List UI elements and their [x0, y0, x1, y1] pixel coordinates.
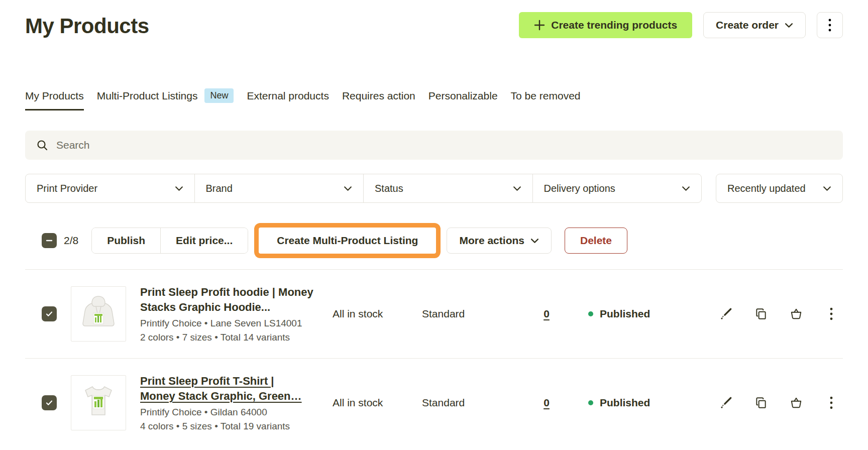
tab-external-products-label: External products [247, 90, 329, 102]
kebab-icon [828, 19, 831, 32]
filter-status-label: Status [375, 183, 403, 194]
search-bar [25, 131, 843, 160]
orders-count-link[interactable]: 0 [544, 397, 550, 409]
create-multi-product-listing-button[interactable]: Create Multi-Product Listing [259, 228, 436, 254]
create-order-button[interactable]: Create order [703, 12, 806, 38]
tab-personalizable[interactable]: Personalizable [428, 90, 498, 110]
product-row-hoodie: Print Sleep Profit hoodie | Money Stacks… [25, 269, 843, 358]
plus-icon [534, 20, 545, 31]
sort-select-label: Recently updated [727, 183, 806, 194]
chevron-down-icon [785, 23, 793, 28]
chevron-down-icon [530, 238, 539, 244]
product-title-line1: Print Sleep Profit hoodie | Money [140, 285, 318, 300]
search-input[interactable] [56, 139, 832, 151]
product-title-line2: Stacks Graphic Hoodie... [140, 300, 318, 315]
tab-my-products[interactable]: My Products [25, 90, 84, 110]
pen-icon [719, 307, 732, 320]
tab-multi-product-listings[interactable]: Multi-Product Listings New [97, 88, 234, 111]
tab-to-be-removed[interactable]: To be removed [511, 90, 581, 110]
product-provider: Printify Choice • Lane Seven LS14001 [140, 318, 318, 329]
my-products-page: My Products Create trending products Cre… [0, 0, 868, 447]
status-dot [588, 400, 593, 405]
edit-design-button[interactable] [718, 395, 734, 411]
product-title[interactable]: Print Sleep Profit hoodie | Money Stacks… [140, 285, 318, 315]
tab-external-products[interactable]: External products [247, 90, 329, 110]
copy-icon [754, 307, 768, 320]
tab-multi-product-listings-label: Multi-Product Listings [97, 90, 198, 102]
filter-delivery-options-label: Delivery options [544, 183, 615, 194]
selection-count: 2/8 [64, 235, 78, 247]
kebab-icon [825, 396, 838, 409]
duplicate-button[interactable] [753, 395, 769, 411]
tab-requires-action[interactable]: Requires action [342, 90, 415, 110]
filter-print-provider[interactable]: Print Provider [25, 174, 195, 203]
more-actions-button[interactable]: More actions [447, 228, 552, 254]
product-thumbnail-tshirt[interactable] [71, 375, 126, 430]
tshirt-image [75, 380, 122, 426]
filter-delivery-options[interactable]: Delivery options [532, 174, 702, 203]
filter-row: Print Provider Brand Status Delivery opt… [25, 174, 843, 203]
row-checkbox-checked[interactable] [42, 306, 57, 321]
search-icon [36, 139, 48, 151]
basket-icon [790, 307, 803, 320]
product-list: Print Sleep Profit hoodie | Money Stacks… [25, 269, 843, 447]
stock-status: All in stock [333, 397, 408, 409]
tab-to-be-removed-label: To be removed [511, 90, 581, 102]
checkmark-icon [45, 310, 53, 318]
product-title-line1: Print Sleep Profit T-Shirt | [140, 374, 318, 389]
highlight-ring: Create Multi-Product Listing [254, 223, 441, 258]
tab-requires-action-label: Requires action [342, 90, 415, 102]
create-order-label: Create order [716, 19, 779, 31]
status-dot [588, 311, 593, 316]
product-title[interactable]: Print Sleep Profit T-Shirt | Money Stack… [140, 374, 318, 404]
edit-design-button[interactable] [718, 306, 734, 322]
duplicate-button[interactable] [753, 306, 769, 322]
publish-button[interactable]: Publish [92, 228, 160, 253]
product-variants: 2 colors • 7 sizes • Total 14 variants [140, 332, 318, 343]
checkmark-icon [45, 399, 53, 407]
chevron-down-icon [175, 186, 183, 191]
orders-count-link[interactable]: 0 [544, 308, 550, 320]
basket-icon [790, 396, 803, 409]
chevron-down-icon [344, 186, 352, 191]
header-actions: Create trending products Create order [519, 12, 843, 38]
tab-my-products-label: My Products [25, 90, 84, 102]
row-checkbox-checked[interactable] [42, 395, 57, 410]
header-kebab-menu-button[interactable] [817, 12, 843, 38]
delete-button[interactable]: Delete [565, 228, 627, 254]
stock-status: All in stock [333, 308, 408, 320]
create-trending-products-button[interactable]: Create trending products [519, 12, 692, 38]
bulk-action-bar: 2/8 Publish Edit price... Create Multi-P… [25, 223, 843, 258]
row-kebab-menu-button[interactable] [823, 395, 839, 411]
row-actions [718, 306, 845, 322]
copy-icon [754, 396, 768, 409]
pen-icon [719, 396, 732, 409]
sort-select[interactable]: Recently updated [716, 174, 843, 203]
filter-brand[interactable]: Brand [194, 174, 364, 203]
order-sample-button[interactable] [788, 395, 804, 411]
delivery-option: Standard [422, 308, 505, 320]
order-sample-button[interactable] [788, 306, 804, 322]
product-provider: Printify Choice • Gildan 64000 [140, 407, 318, 418]
product-thumbnail-hoodie[interactable] [71, 286, 126, 342]
kebab-icon [825, 307, 838, 320]
hoodie-image [75, 291, 122, 337]
product-row-tshirt: Print Sleep Profit T-Shirt | Money Stack… [25, 358, 843, 447]
edit-price-button[interactable]: Edit price... [160, 228, 248, 253]
filter-brand-label: Brand [206, 183, 233, 194]
publish-status: Published [588, 308, 704, 320]
minus-icon [45, 237, 53, 245]
filter-status[interactable]: Status [363, 174, 533, 203]
filter-print-provider-label: Print Provider [37, 183, 97, 194]
product-title-line2: Money Stack Graphic, Green… [140, 389, 318, 404]
chevron-down-icon [513, 186, 521, 191]
select-all-checkbox-indeterminate[interactable] [42, 233, 57, 248]
publish-status-label: Published [600, 308, 650, 320]
more-actions-label: More actions [459, 235, 524, 247]
row-kebab-menu-button[interactable] [823, 306, 839, 322]
page-title: My Products [25, 12, 149, 38]
chevron-down-icon [682, 186, 690, 191]
delivery-option: Standard [422, 397, 505, 409]
new-badge: New [204, 88, 234, 103]
tab-bar: My Products Multi-Product Listings New E… [25, 88, 843, 111]
